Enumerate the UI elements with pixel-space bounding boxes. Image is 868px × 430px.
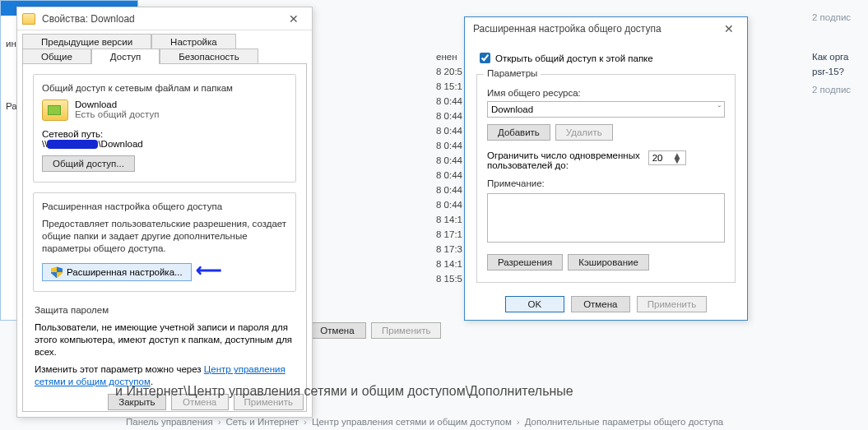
time-cell: 8 15:1 <box>436 79 462 94</box>
shared-folder-icon <box>42 99 68 121</box>
add-button[interactable]: Добавить <box>487 124 550 141</box>
folder-icon <box>22 13 35 25</box>
breadcrumb-item[interactable]: Центр управления сетями и общим доступом <box>309 417 514 427</box>
bg-button-row: Отмена Применить <box>309 322 441 339</box>
timestamps-column: енен8 20:58 15:18 0:448 0:448 0:448 0:44… <box>436 49 462 286</box>
delete-button: Удалить <box>555 124 613 141</box>
titlebar: Расширенная настройка общего доступа ✕ <box>465 17 747 40</box>
time-cell: 8 0:44 <box>436 197 462 212</box>
shield-icon <box>51 266 63 278</box>
close-icon[interactable]: ✕ <box>281 12 307 25</box>
box2-desc: Предоставляет пользовательские разрешени… <box>42 218 287 255</box>
time-cell: 8 20:5 <box>436 64 462 79</box>
advanced-share-box: Расширенная настройка общего доступа Пре… <box>33 192 296 292</box>
apply-button: Применить <box>637 296 707 312</box>
box3-desc1: Пользователи, не имеющие учетной записи … <box>35 321 295 358</box>
password-protect-box: Защита паролем Пользователи, не имеющие … <box>33 302 296 391</box>
spinner-icon[interactable]: ▲▼ <box>672 153 681 163</box>
share-name-label: Имя общего ресурса: <box>487 88 725 98</box>
network-path: \\\Download <box>42 139 287 149</box>
caching-button[interactable]: Кэширование <box>568 254 649 270</box>
time-cell: 8 0:44 <box>436 94 462 109</box>
breadcrumb-item[interactable]: Дополнительные параметры общего доступа <box>522 417 726 427</box>
breadcrumb[interactable]: Панель управления›Сеть и Интернет›Центр … <box>123 417 726 427</box>
tab-security[interactable]: Безопасность <box>160 49 258 64</box>
share-status: Есть общий доступ <box>42 109 287 119</box>
tab-sharing[interactable]: Доступ <box>91 49 160 64</box>
share-name-select[interactable]: Download ˇ <box>487 101 725 118</box>
chevron-right-icon: › <box>514 417 522 427</box>
tab-prev-versions[interactable]: Предыдущие версии <box>22 34 151 49</box>
bg-cancel-button[interactable]: Отмена <box>309 322 366 339</box>
permissions-button[interactable]: Разрешения <box>487 254 563 270</box>
dialog-buttons: OK Отмена Применить <box>476 296 736 312</box>
limit-spinner[interactable]: 20 ▲▼ <box>648 150 686 165</box>
share-folder-checkbox[interactable]: Открыть общий доступ к этой папке <box>476 50 736 66</box>
params-fieldset: Параметры Имя общего ресурса: Download ˇ… <box>476 74 736 283</box>
properties-window: Свойства: Download ✕ Предыдущие версии Н… <box>16 7 313 418</box>
share-name: Download <box>42 99 287 109</box>
time-cell: 8 0:44 <box>436 153 462 168</box>
note-textarea[interactable] <box>487 193 725 243</box>
advanced-sharing-window: Расширенная настройка общего доступа ✕ О… <box>464 16 748 321</box>
time-cell: 8 17:3 <box>436 242 462 257</box>
breadcrumb-item[interactable]: Панель управления <box>123 417 216 427</box>
time-cell: 8 14:1 <box>436 257 462 271</box>
cancel-button[interactable]: Отмена <box>571 296 630 312</box>
advanced-sharing-button[interactable]: Расширенная настройка... <box>42 263 192 281</box>
path-text: и Интернет\Центр управления сетями и общ… <box>115 384 860 399</box>
time-cell: 8 0:44 <box>436 138 462 153</box>
bg-apply-button: Применить <box>371 322 441 339</box>
chevron-down-icon: ˇ <box>718 105 721 114</box>
params-legend: Параметры <box>484 68 541 78</box>
tab-general[interactable]: Общие <box>22 49 91 64</box>
redacted-host <box>47 140 98 149</box>
subscribe-count: 2 подпис <box>812 82 861 97</box>
breadcrumb-item[interactable]: Сеть и Интернет <box>224 417 302 427</box>
time-cell: енен <box>436 49 462 64</box>
share-button[interactable]: Общий доступ... <box>42 155 135 172</box>
box3-title: Защита паролем <box>35 305 295 315</box>
window-title: Свойства: Download <box>39 13 281 25</box>
box2-title: Расширенная настройка общего доступа <box>42 201 287 211</box>
time-cell: 8 0:44 <box>436 168 462 183</box>
time-cell: 8 17:1 <box>436 227 462 242</box>
box1-title: Общий доступ к сетевым файлам и папкам <box>42 83 287 93</box>
question-title-partial: Как оргаpsr-15? <box>812 49 861 79</box>
chevron-right-icon: › <box>216 417 224 427</box>
time-cell: 8 15:5 <box>436 271 462 286</box>
time-cell: 8 0:44 <box>436 109 462 123</box>
time-cell: 8 0:44 <box>436 183 462 197</box>
window-title: Расширенная настройка общего доступа <box>470 23 716 35</box>
chevron-right-icon: › <box>301 417 309 427</box>
path-label: Сетевой путь: <box>42 129 287 139</box>
time-cell: 8 14:1 <box>436 212 462 227</box>
tab-content: Общий доступ к сетевым файлам и папкам D… <box>22 63 307 412</box>
subscribe-count: 2 подпис <box>812 10 861 25</box>
sidebar: 2 подпис Как оргаpsr-15? 2 подпис <box>812 10 861 97</box>
titlebar: Свойства: Download ✕ <box>17 7 312 30</box>
note-label: Примечание: <box>487 178 725 188</box>
close-icon[interactable]: ✕ <box>716 22 742 35</box>
limit-label: Ограничить число одновременных пользоват… <box>487 150 640 170</box>
tab-customize[interactable]: Настройка <box>151 34 236 49</box>
share-checkbox-input[interactable] <box>480 53 490 63</box>
ok-button[interactable]: OK <box>505 296 564 312</box>
tab-bar: Предыдущие версии Настройка Общие Доступ… <box>17 30 312 63</box>
network-share-box: Общий доступ к сетевым файлам и папкам D… <box>33 74 296 183</box>
time-cell: 8 0:44 <box>436 123 462 138</box>
